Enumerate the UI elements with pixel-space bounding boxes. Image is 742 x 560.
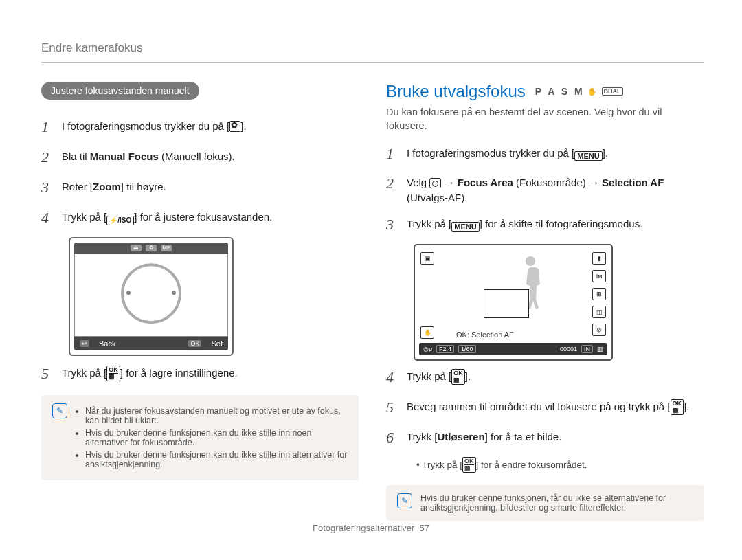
- text: Trykk på [: [407, 370, 451, 382]
- step-5: 5 Trykk på [OK▦] for å lagre innstilling…: [41, 363, 359, 385]
- text: ] for å lagre innstillingene.: [120, 367, 238, 379]
- step-number: 2: [41, 146, 54, 168]
- bold-text: Selection AF: [602, 177, 664, 188]
- size-icon: Iм: [592, 270, 606, 282]
- camera-preview: ▣ ✋ ▮ Iм ⊞ ◫ ⊘ OK: Sele: [414, 244, 613, 361]
- set-label: Set: [211, 339, 223, 348]
- r-step-2: 2 Velg → Focus Area (Fokusområde) → Sele…: [386, 172, 704, 205]
- ok-key-icon: OK: [188, 340, 201, 347]
- step-number: 4: [41, 207, 54, 229]
- dual-chip: DUAL: [602, 87, 623, 96]
- step-number: 3: [41, 177, 54, 199]
- bold-text: Zoom: [93, 181, 121, 192]
- ok-icon: OK▦: [451, 369, 465, 385]
- ok-icon: OK▦: [462, 457, 476, 473]
- frame-count: 00001: [560, 346, 577, 352]
- bold-text: Manual Focus: [90, 150, 159, 162]
- intro-text: Du kan fokusere på en bestemt del av sce…: [386, 105, 704, 133]
- bold-text: Focus Area: [458, 177, 513, 188]
- step-number: 1: [386, 143, 398, 165]
- text: Bla til: [62, 150, 90, 162]
- text: ].: [465, 370, 471, 382]
- focus-dial: [121, 263, 181, 324]
- menu-icon: MENU: [574, 151, 602, 161]
- text: ].: [240, 120, 246, 132]
- shutter-value: 1/60: [458, 345, 476, 353]
- text: (Manuell fokus).: [159, 150, 235, 162]
- step-number: 5: [41, 363, 54, 385]
- battery-icon: ▮: [592, 252, 606, 265]
- arrow: →: [441, 177, 457, 188]
- camera-status-bar: ◎p F2.4 1/60 00001 IN ▥: [419, 343, 607, 355]
- flash-iso-icon: ⚡/ISO: [106, 216, 134, 225]
- text: I fotograferingsmodus trykker du på [: [62, 120, 229, 132]
- r-step-3: 3 Trykk på [MENU] for å skifte til fotog…: [386, 214, 704, 236]
- step-4: 4 Trykk på [⚡/ISO] for å justere fokusav…: [41, 207, 359, 229]
- text: Trykk på [: [407, 218, 451, 229]
- note-icon: [397, 493, 412, 508]
- text: ] for å ta et bilde.: [485, 431, 562, 443]
- mode-dial-icon: ◎p: [423, 346, 432, 352]
- left-column: Justere fokusavstanden manuelt 1 I fotog…: [41, 82, 359, 532]
- page-header: Endre kamerafokus: [41, 41, 704, 63]
- diagram-mf-icon: MF: [161, 245, 172, 251]
- storage-in-icon: IN: [581, 345, 593, 353]
- step-number: 6: [386, 427, 398, 449]
- step-2: 2 Bla til Manual Focus (Manuell fokus).: [41, 146, 359, 168]
- text: Velg: [407, 177, 429, 188]
- step-3: 3 Roter [Zoom] til høyre.: [41, 177, 359, 199]
- text: Trykk på [: [62, 211, 106, 223]
- ok-icon: OK▦: [106, 366, 120, 381]
- flash-off-icon: ⊘: [592, 324, 606, 336]
- step-number: 3: [386, 214, 398, 236]
- text: ] for å justere fokusavstanden.: [134, 211, 272, 223]
- text: ] for å skifte til fotograferingsmodus.: [480, 218, 643, 229]
- aperture-value: F2.4: [436, 345, 454, 353]
- focus-dial-diagram: ⛰ ✿ MF ↩ Back OK Set: [69, 237, 234, 356]
- step-1: 1 I fotograferingsmodus trykker du på []…: [41, 116, 359, 138]
- section-badge: Justere fokusavstanden manuelt: [41, 82, 199, 100]
- menu-icon: MENU: [451, 222, 479, 232]
- text: (Fokusområde) →: [513, 177, 602, 188]
- text: Beveg rammen til området du vil fokusere…: [407, 401, 671, 412]
- note-item: Hvis du bruker denne funksjonen kan du i…: [85, 450, 348, 469]
- text: ].: [684, 401, 689, 412]
- macro-flower-icon: [229, 121, 240, 132]
- diagram-flower-icon: ✿: [146, 245, 157, 251]
- text: Trykk [: [407, 431, 437, 443]
- ok-icon: OK▦: [671, 399, 684, 415]
- focus-frame: [484, 289, 529, 318]
- diagram-near-icon: ⛰: [131, 245, 142, 251]
- metering-icon: ◫: [592, 306, 606, 318]
- back-label: Back: [99, 339, 115, 348]
- back-key-icon: ↩: [80, 340, 89, 347]
- mode-indicators: P A S M ✋DUAL: [535, 86, 623, 97]
- note-item: Hvis du bruker denne funksjonen kan du i…: [85, 428, 348, 447]
- sub-bullet: Trykk på [OK▦] for å endre fokusområdet.: [386, 457, 704, 473]
- quality-icon: ⊞: [592, 288, 606, 300]
- note-box: Når du justerer fokusavstanden manuelt o…: [41, 395, 359, 480]
- r-step-1: 1 I fotograferingsmodus trykker du på [M…: [386, 143, 704, 165]
- title-text: Bruke utvalgsfokus: [386, 82, 526, 101]
- text: (Utvalgs-AF).: [407, 192, 467, 203]
- camera-icon: [429, 178, 441, 188]
- text: ] til høyre.: [121, 181, 166, 192]
- preview-caption: OK: Selection AF: [456, 331, 514, 339]
- step-number: 2: [386, 172, 398, 205]
- r-step-5: 5 Beveg rammen til området du vil fokuse…: [386, 396, 704, 418]
- right-column: Bruke utvalgsfokus P A S M ✋DUAL Du kan …: [386, 82, 704, 532]
- text: I fotograferingsmodus trykker du på [: [407, 147, 574, 159]
- battery-level-icon: ▥: [597, 346, 603, 352]
- page-footer: Fotograferingsalternativer 57: [0, 523, 742, 533]
- section-title: Bruke utvalgsfokus P A S M ✋DUAL: [386, 82, 704, 101]
- note-item: Når du justerer fokusavstanden manuelt o…: [85, 406, 348, 425]
- bold-text: Utløseren: [437, 431, 484, 443]
- text: Roter [: [62, 181, 93, 192]
- r-step-6: 6 Trykk [Utløseren] for å ta et bilde.: [386, 427, 704, 449]
- step-number: 1: [41, 116, 54, 138]
- step-number: 5: [386, 396, 398, 418]
- step-number: 4: [386, 366, 398, 388]
- note-box: Hvis du bruker denne funksjonen, får du …: [386, 485, 704, 521]
- r-step-4: 4 Trykk på [OK▦].: [386, 366, 704, 388]
- note-text: Hvis du bruker denne funksjonen, får du …: [420, 493, 693, 513]
